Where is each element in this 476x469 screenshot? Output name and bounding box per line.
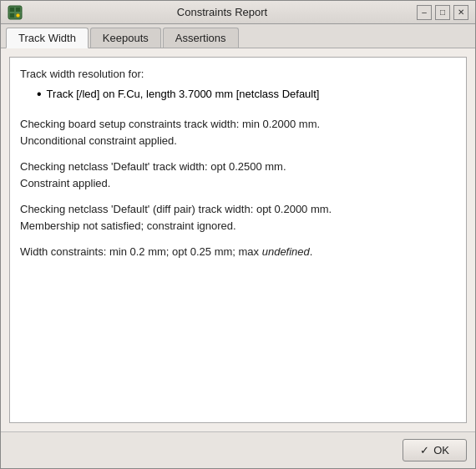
minimize-button[interactable]: – [417, 5, 432, 20]
window-controls: – □ ✕ [417, 5, 468, 20]
window-title: Constraints Report [28, 6, 417, 18]
ok-button[interactable]: ✓ OK [403, 439, 467, 461]
tab-track-width[interactable]: Track Width [6, 28, 89, 48]
maximize-button[interactable]: □ [435, 5, 450, 20]
ok-check-icon: ✓ [420, 444, 429, 456]
pcb-icon [8, 5, 23, 20]
content-area: Track width resolution for: • Track [/le… [1, 48, 475, 431]
close-button[interactable]: ✕ [453, 5, 468, 20]
ok-label: OK [433, 444, 449, 456]
section-2-line-2: Constraint applied. [20, 175, 456, 192]
section-4-line-1: Width constraints: min 0.2 mm; opt 0.25 … [20, 244, 456, 260]
track-item: • Track [/led] on F.Cu, length 3.7000 mm… [37, 86, 456, 103]
tab-assertions[interactable]: Assertions [163, 28, 239, 48]
report-box: Track width resolution for: • Track [/le… [9, 57, 467, 423]
section-3-line-2: Membership not satisfied; constraint ign… [20, 218, 456, 234]
tab-bar: Track Width Keepouts Assertions [1, 24, 475, 48]
svg-rect-2 [16, 8, 20, 12]
track-item-text: Track [/led] on F.Cu, length 3.7000 mm [… [47, 86, 320, 103]
footer: ✓ OK [1, 431, 475, 468]
section-1: Checking board setup constraints track w… [20, 116, 456, 149]
undefined-italic: undefined [262, 245, 310, 258]
svg-rect-3 [10, 13, 14, 18]
tab-keepouts[interactable]: Keepouts [90, 28, 161, 48]
bullet-icon: • [37, 86, 42, 103]
section-2-line-1: Checking netclass 'Default' track width:… [20, 159, 456, 175]
section-3: Checking netclass 'Default' (diff pair) … [20, 201, 456, 234]
section-1-line-2: Unconditional constraint applied. [20, 133, 456, 149]
width-constraints-text: Width constraints: min 0.2 mm; opt 0.25 … [20, 245, 262, 258]
section-1-line-1: Checking board setup constraints track w… [20, 116, 456, 133]
section-4: Width constraints: min 0.2 mm; opt 0.25 … [20, 244, 456, 260]
main-window: Constraints Report – □ ✕ Track Width Kee… [0, 0, 476, 469]
title-bar: Constraints Report – □ ✕ [1, 1, 475, 24]
section-3-line-1: Checking netclass 'Default' (diff pair) … [20, 201, 456, 218]
suffix-end: . [310, 245, 313, 258]
section-2: Checking netclass 'Default' track width:… [20, 159, 456, 191]
svg-point-4 [17, 13, 20, 17]
report-heading: Track width resolution for: [20, 66, 456, 83]
svg-rect-1 [10, 8, 14, 12]
